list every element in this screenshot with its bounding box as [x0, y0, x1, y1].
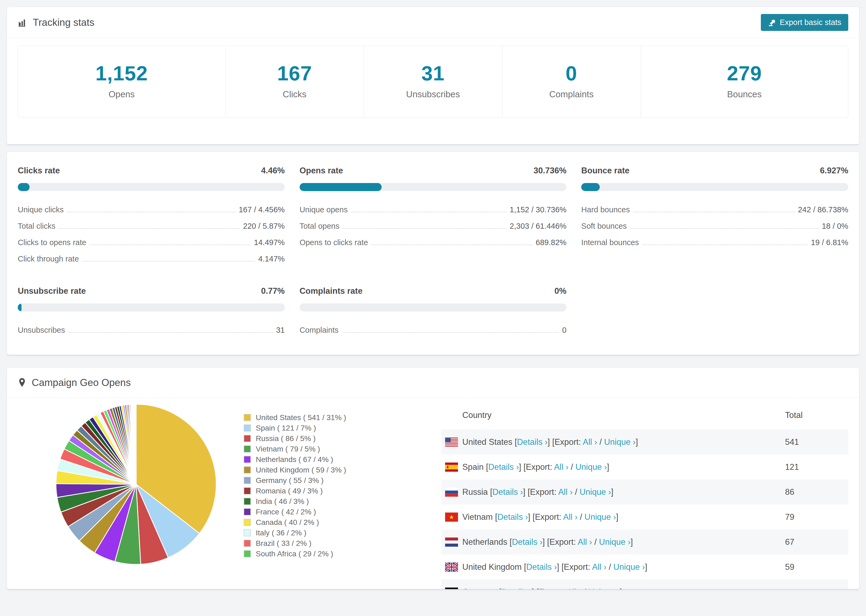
details-link[interactable]: Details ›	[526, 562, 557, 572]
rate-section-opens-rate: Opens rate30.736%Unique opens1,152 / 30.…	[299, 166, 567, 267]
rate-progress-fill	[299, 183, 382, 191]
export-all-link[interactable]: All ›	[554, 462, 568, 472]
export-prefix: ] [Export:	[548, 437, 583, 447]
export-all-link[interactable]: All ›	[567, 587, 581, 589]
legend-label: South Africa ( 29 / 2% )	[256, 550, 333, 558]
bracket-close: ]	[636, 437, 638, 447]
rate-detail-row: Unique opens1,152 / 30.736%	[299, 201, 567, 218]
export-prefix: ] [Export:	[557, 562, 592, 572]
legend-swatch	[244, 477, 251, 484]
country-name: Vietnam [	[462, 512, 497, 522]
dotted-leader	[343, 228, 506, 229]
rate-detail-value: 14.497%	[254, 238, 285, 247]
legend-swatch	[244, 550, 251, 558]
rate-title: Unsubscribe rate	[18, 286, 86, 296]
export-all-link[interactable]: All ›	[578, 537, 592, 547]
details-link[interactable]: Details ›	[493, 487, 523, 497]
legend-swatch	[244, 466, 251, 473]
tracking-stats-header: Tracking stats Export basic stats	[7, 7, 859, 38]
table-row-es: Spain [Details ›] [Export: All › / Uniqu…	[441, 454, 848, 479]
link-separator: /	[581, 587, 589, 589]
legend-item: Brazil ( 33 / 2% )	[244, 538, 394, 548]
legend-label: Romania ( 49 / 3% )	[256, 487, 323, 495]
dotted-leader	[67, 212, 236, 212]
rates-grid: Clicks rate4.46%Unique clicks167 / 4.456…	[18, 166, 848, 338]
legend-item: Vietnam ( 79 / 5% )	[244, 444, 394, 454]
export-unique-link[interactable]: Unique ›	[589, 587, 620, 589]
legend-swatch	[244, 519, 251, 526]
country-name: Russia [	[462, 487, 493, 497]
legend-item: South Africa ( 29 / 2% )	[244, 548, 394, 559]
rate-title: Complaints rate	[299, 286, 362, 296]
rate-detail-value: 167 / 4.456%	[239, 205, 285, 214]
table-row-nl: Netherlands [Details ›] [Export: All › /…	[441, 530, 848, 555]
dotted-leader	[633, 212, 795, 212]
country-links: United Kingdom [Details ›] [Export: All …	[462, 562, 647, 572]
export-all-link[interactable]: All ›	[558, 487, 573, 497]
rate-progress-bar	[18, 303, 285, 311]
legend-swatch	[244, 508, 251, 515]
rate-detail-row: Hard bounces242 / 86.738%	[581, 201, 848, 218]
details-link[interactable]: Details ›	[517, 437, 548, 447]
export-unique-link[interactable]: Unique ›	[584, 512, 616, 522]
export-unique-link[interactable]: Unique ›	[614, 562, 645, 572]
vn-flag-icon	[445, 512, 458, 522]
export-unique-link[interactable]: Unique ›	[599, 537, 630, 547]
export-icon	[768, 19, 776, 27]
nl-flag-icon	[445, 537, 458, 547]
stat-value: 31	[364, 61, 502, 85]
export-all-link[interactable]: All ›	[592, 562, 606, 572]
details-link[interactable]: Details ›	[497, 512, 528, 522]
export-prefix: ] [Export:	[542, 537, 578, 547]
dotted-leader	[58, 228, 240, 229]
rate-detail-row: Soft bounces18 / 0%	[581, 218, 848, 234]
rate-detail-value: 1,152 / 30.736%	[510, 205, 567, 214]
rate-value: 0.77%	[261, 286, 285, 296]
stat-label: Clicks	[226, 89, 364, 99]
rate-section-bounce-rate: Bounce rate6.927%Hard bounces242 / 86.73…	[581, 166, 848, 267]
rate-progress-bar	[581, 183, 848, 191]
details-link[interactable]: Details ›	[512, 537, 542, 547]
export-all-link[interactable]: All ›	[563, 512, 578, 522]
country-total: 79	[785, 504, 848, 530]
stat-value: 0	[502, 61, 641, 85]
dotted-leader	[342, 332, 559, 333]
table-row-vn: Vietnam [Details ›] [Export: All › / Uni…	[441, 504, 848, 530]
dotted-leader	[351, 212, 506, 212]
country-links: United States [Details ›] [Export: All ›…	[462, 437, 638, 447]
rate-detail-row: Opens to clicks rate689.82%	[299, 234, 567, 250]
rate-detail-value: 4.147%	[258, 255, 285, 263]
export-all-link[interactable]: All ›	[583, 437, 597, 447]
link-separator: /	[568, 462, 576, 472]
export-unique-link[interactable]: Unique ›	[604, 437, 636, 447]
rate-detail-row: Internal bounces19 / 6.81%	[581, 234, 848, 250]
details-link[interactable]: Details ›	[501, 587, 532, 589]
rates-card: Clicks rate4.46%Unique clicks167 / 4.456…	[7, 152, 859, 355]
export-unique-link[interactable]: Unique ›	[579, 487, 611, 497]
rate-detail-row: Click through rate4.147%	[18, 250, 285, 267]
legend-label: Italy ( 36 / 2% )	[256, 529, 306, 537]
stat-label: Bounces	[641, 89, 848, 99]
country-links: Netherlands [Details ›] [Export: All › /…	[462, 537, 633, 547]
export-prefix: ] [Export:	[523, 487, 558, 497]
export-prefix: ] [Export:	[528, 512, 563, 522]
link-separator: /	[597, 437, 604, 447]
details-link[interactable]: Details ›	[488, 462, 519, 472]
legend-swatch	[244, 435, 251, 442]
geo-table: Country Total United States [Details ›] …	[441, 401, 848, 589]
export-basic-stats-label: Export basic stats	[780, 18, 841, 27]
rate-detail-label: Internal bounces	[581, 238, 639, 247]
legend-swatch	[244, 424, 251, 432]
export-unique-link[interactable]: Unique ›	[575, 462, 607, 472]
rate-detail-value: 2,303 / 61.446%	[510, 222, 567, 231]
dotted-leader	[82, 261, 255, 261]
rate-detail-label: Opens to clicks rate	[299, 238, 368, 247]
table-row-ru: Russia [Details ›] [Export: All › / Uniq…	[441, 479, 848, 504]
tracking-stats-title: Tracking stats	[18, 17, 94, 28]
rate-value: 0%	[554, 286, 567, 296]
export-basic-stats-button[interactable]: Export basic stats	[761, 14, 848, 31]
ru-flag-icon	[445, 487, 458, 497]
legend-swatch	[244, 498, 251, 505]
legend-item: Canada ( 40 / 2% )	[244, 517, 394, 528]
country-total: 86	[785, 479, 848, 504]
